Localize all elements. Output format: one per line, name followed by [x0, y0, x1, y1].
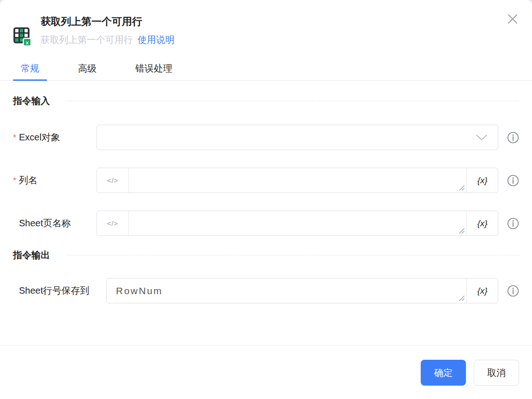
info-icon[interactable]: [507, 175, 519, 187]
code-expression-icon[interactable]: </>: [97, 211, 129, 236]
code-expression-icon[interactable]: </>: [97, 168, 129, 193]
chevron-down-icon: [476, 134, 488, 141]
output-section: Sheet行号保存到 RowNum {x}: [13, 278, 519, 303]
excel-table-icon: x: [13, 27, 31, 47]
required-marker: *: [13, 175, 19, 186]
variable-icon[interactable]: {x}: [466, 168, 498, 193]
resize-handle-icon[interactable]: [458, 184, 465, 191]
sheet-name-input[interactable]: [129, 211, 466, 236]
svg-text:x: x: [26, 40, 29, 45]
instruction-config-dialog: x 获取列上第一个可用行 获取列上第一个可用行使用说明 常规 高级 错误处理 指…: [0, 0, 532, 399]
dialog-body: 指令输入 * Excel对象: [0, 95, 532, 303]
column-name-label: * 列名: [13, 174, 97, 187]
header-text: 获取列上第一个可用行 获取列上第一个可用行使用说明: [41, 16, 175, 47]
close-icon: [506, 12, 519, 27]
row-num-input[interactable]: RowNum: [107, 278, 466, 303]
info-icon[interactable]: [507, 218, 519, 230]
field-row-row-num: Sheet行号保存到 RowNum {x}: [13, 278, 519, 303]
input-section: * Excel对象 * 列名: [13, 125, 519, 236]
field-row-excel-object: * Excel对象: [13, 125, 519, 150]
dialog-header: x 获取列上第一个可用行 获取列上第一个可用行使用说明: [0, 0, 532, 47]
info-icon[interactable]: [507, 285, 519, 297]
row-num-value: RowNum: [116, 285, 163, 296]
section-output-title: 指令输出: [13, 249, 50, 261]
field-row-sheet-name: Sheet页名称 </> {x}: [13, 211, 519, 236]
column-name-control: </> {x}: [97, 168, 498, 193]
section-divider: [66, 101, 519, 101]
section-divider: [66, 255, 519, 255]
dialog-title: 获取列上第一个可用行: [41, 16, 175, 28]
dialog-subtitle: 获取列上第一个可用行使用说明: [41, 34, 175, 46]
tab-bar: 常规 高级 错误处理: [0, 56, 532, 81]
row-num-control: RowNum {x}: [106, 278, 498, 303]
resize-handle-icon[interactable]: [458, 294, 465, 302]
dialog-footer: 确定 取消: [0, 345, 532, 399]
confirm-button[interactable]: 确定: [421, 360, 466, 386]
close-button[interactable]: [505, 12, 520, 27]
excel-object-control: [97, 125, 498, 150]
section-input-title: 指令输入: [13, 95, 50, 107]
cancel-button[interactable]: 取消: [474, 360, 519, 386]
tab-error-handling[interactable]: 错误处理: [127, 56, 180, 80]
tab-general[interactable]: 常规: [13, 56, 47, 80]
tab-advanced[interactable]: 高级: [70, 56, 104, 80]
section-output-header: 指令输出: [13, 249, 519, 261]
excel-object-label: * Excel对象: [13, 131, 97, 144]
field-row-column-name: * 列名 </> {x}: [13, 168, 519, 193]
help-link[interactable]: 使用说明: [138, 35, 175, 45]
sheet-name-label: Sheet页名称: [13, 217, 97, 230]
info-icon[interactable]: [507, 132, 519, 144]
resize-handle-icon[interactable]: [458, 227, 465, 234]
sheet-name-control: </> {x}: [97, 211, 498, 236]
variable-icon[interactable]: {x}: [466, 278, 498, 303]
required-marker: *: [13, 133, 19, 143]
variable-icon[interactable]: {x}: [466, 211, 498, 236]
row-num-label: Sheet行号保存到: [13, 284, 106, 297]
section-input-header: 指令输入: [13, 95, 519, 107]
column-name-input[interactable]: [129, 168, 466, 193]
excel-object-select[interactable]: [97, 125, 498, 150]
subtitle-text: 获取列上第一个可用行: [41, 35, 133, 45]
